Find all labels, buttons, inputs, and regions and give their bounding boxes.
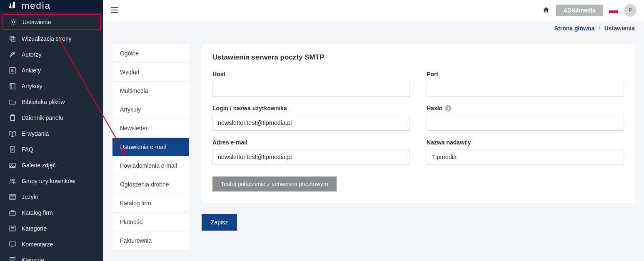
label-password: Hasło i <box>427 105 624 112</box>
gear-icon <box>9 18 17 26</box>
field-login: Login / nazwa użytkownika <box>212 105 410 131</box>
open-book-icon <box>8 129 17 138</box>
field-email: Adres e-mail <box>212 139 410 165</box>
home-icon[interactable] <box>542 6 550 15</box>
sidebar-item-języki[interactable]: Języki <box>0 189 103 205</box>
flag-poland-icon[interactable] <box>609 7 618 13</box>
svg-point-10 <box>11 179 13 181</box>
info-icon[interactable]: i <box>445 105 452 112</box>
sidebar-item-label: Katalog firm <box>22 209 53 216</box>
subnav-item-newsletter[interactable]: Newsletter <box>112 119 189 138</box>
subnav-item-płatności[interactable]: Płatności <box>112 213 189 231</box>
sidebar-item-artykuły[interactable]: Artykuły <box>0 78 103 94</box>
sidebar-item-label: FAQ <box>22 146 33 153</box>
sidebar-item-ustawienia[interactable]: Ustawienia <box>2 14 101 30</box>
avatar[interactable]: P <box>624 4 637 17</box>
image-icon <box>8 161 17 169</box>
subnav-item-wygląd[interactable]: Wygląd <box>112 63 189 82</box>
field-port: Port <box>427 71 624 97</box>
sidebar-item-kategorie[interactable]: Kategorie <box>0 221 103 236</box>
smtp-card: Ustawienia serwera poczty SMTP Host Port… <box>202 44 635 203</box>
sidebar-item-label: Ustawienia <box>22 19 51 25</box>
topbar: ADS4media P <box>103 0 644 21</box>
input-email[interactable] <box>212 149 410 165</box>
sidebar-item-autorzy[interactable]: Autorzy <box>0 47 103 62</box>
comment-icon <box>8 240 17 249</box>
layers-icon <box>8 35 17 43</box>
field-sender: Nazwa nadawcy <box>427 139 624 165</box>
label-port: Port <box>427 71 624 77</box>
label-host: Host <box>212 71 410 77</box>
sidebar-item-faq[interactable]: FAQ <box>0 142 103 157</box>
sidebar-item-label: Autorzy <box>22 51 41 58</box>
logo-icon <box>7 0 19 12</box>
sidebar-item-katalog-firm[interactable]: Katalog firm <box>0 205 103 221</box>
doc-icon <box>8 145 17 154</box>
sidebar-item-wizualizacja-strony[interactable]: Wizualizacja strony <box>0 31 103 47</box>
book-icon <box>8 82 17 90</box>
subnav-item-katalog-firm[interactable]: Katalog firm <box>112 194 189 213</box>
briefcase-icon <box>8 209 17 217</box>
subnav-item-powiadomienia-e-mail[interactable]: Powiadomienia e-mail <box>112 157 189 175</box>
folder-icon <box>8 98 17 106</box>
sidebar-item-e-wydania[interactable]: E-wydania <box>0 126 103 142</box>
sidebar-item-label: Ankiety <box>22 67 41 74</box>
card-title: Ustawienia serwera poczty SMTP <box>212 53 624 62</box>
sidebar-item-label: Klauzule <box>22 257 44 261</box>
breadcrumb: Strona główna / Ustawienia <box>103 21 644 32</box>
sidebar-item-label: Grupy użytkowników <box>22 178 75 184</box>
subnav-item-fakturownia[interactable]: Fakturownia <box>112 231 189 250</box>
svg-rect-15 <box>10 257 15 261</box>
label-sender: Nazwa nadawcy <box>427 139 624 146</box>
lang-icon <box>8 193 17 201</box>
sidebar-item-galerie-zdjęć[interactable]: Galerie zdjęć <box>0 157 103 173</box>
test-connection-button[interactable]: Testuj połączenie z serwerem pocztowym <box>212 176 337 191</box>
subnav-item-ustawienia-e-mail[interactable]: Ustawienia e-mail <box>112 138 189 157</box>
field-password: Hasło i <box>427 105 624 131</box>
sidebar-item-grupy-użytkowników[interactable]: Grupy użytkowników <box>0 173 103 189</box>
subnav-item-ogólne[interactable]: Ogólne <box>112 44 189 63</box>
input-login[interactable] <box>212 115 410 131</box>
sidebar-item-label: Biblioteka plików <box>22 99 65 105</box>
feather-icon <box>8 50 17 59</box>
label-login: Login / nazwa użytkownika <box>212 105 410 112</box>
sidebar-item-label: Galerie zdjęć <box>22 162 56 169</box>
brand-button[interactable]: ADS4media <box>556 5 603 16</box>
main: ADS4media P Strona główna / Ustawienia O… <box>103 0 644 261</box>
field-host: Host <box>212 71 410 97</box>
save-button[interactable]: Zapisz <box>202 214 237 231</box>
logo-text: media <box>22 0 51 11</box>
menu-toggle-icon[interactable] <box>111 7 118 14</box>
input-password[interactable] <box>427 115 624 131</box>
sidebar-item-label: Kategorie <box>22 225 47 232</box>
sidebar-item-ankiety[interactable]: Ankiety <box>0 62 103 78</box>
breadcrumb-home[interactable]: Strona główna <box>554 25 594 32</box>
input-host[interactable] <box>212 81 410 97</box>
sidebar-nav: UstawieniaWizualizacja stronyAutorzyAnki… <box>0 12 103 261</box>
svg-rect-1 <box>10 36 14 40</box>
users-icon <box>8 177 17 185</box>
svg-rect-4 <box>10 83 15 89</box>
input-sender[interactable] <box>427 149 624 165</box>
svg-point-11 <box>13 180 15 181</box>
sidebar-item-dziennik-panelu[interactable]: Dziennik panelu <box>0 110 103 126</box>
sidebar-item-klauzule[interactable]: Klauzule <box>0 252 103 261</box>
sidebar-item-label: E-wydania <box>22 130 49 137</box>
sidebar-item-komentarze[interactable]: Komentarze <box>0 236 103 252</box>
chart-icon <box>8 66 17 75</box>
subnav-item-multimedia[interactable]: Multimedia <box>112 82 189 100</box>
list-icon <box>8 224 17 233</box>
subnav-item-ogłoszenia-drobne[interactable]: Ogłoszenia drobne <box>112 175 189 194</box>
sidebar-item-label: Dziennik panelu <box>22 114 63 121</box>
sidebar-item-label: Artykuły <box>22 83 42 89</box>
sidebar-item-biblioteka-plików[interactable]: Biblioteka plików <box>0 94 103 110</box>
svg-point-0 <box>12 21 14 23</box>
clause-icon <box>8 256 17 261</box>
sidebar: media UstawieniaWizualizacja stronyAutor… <box>0 0 103 261</box>
sidebar-item-label: Komentarze <box>22 241 53 248</box>
input-port[interactable] <box>427 81 624 97</box>
subnav-item-artykuły[interactable]: Artykuły <box>112 100 189 119</box>
svg-point-9 <box>11 164 12 165</box>
sidebar-item-label: Języki <box>22 194 38 200</box>
logo[interactable]: media <box>0 0 103 12</box>
